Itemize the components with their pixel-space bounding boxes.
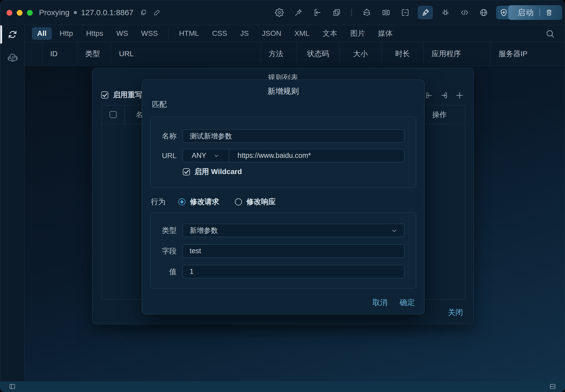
sidebar: API <box>0 25 25 381</box>
pen-tool-icon[interactable] <box>418 6 433 19</box>
mirror-icon[interactable] <box>382 8 391 17</box>
enable-rewrite-checkbox[interactable] <box>101 91 108 99</box>
column-url[interactable]: URL <box>111 42 261 65</box>
copy-address-icon[interactable] <box>140 9 147 16</box>
filter-tab-json[interactable]: JSON <box>257 27 287 40</box>
sidebar-item-traffic[interactable] <box>0 29 25 40</box>
app-window: Proxying 127.0.0.1:8867 <box>0 0 565 392</box>
cancel-button[interactable]: 取消 <box>372 297 388 308</box>
wildcard-label: 启用 Wildcard <box>194 167 242 177</box>
chevron-down-icon <box>391 227 398 234</box>
rule-type-select[interactable]: 新增参数 <box>183 224 404 237</box>
status-dot <box>74 11 77 14</box>
export-icon[interactable] <box>440 91 448 100</box>
app-title: Proxying <box>39 8 70 17</box>
close-dialog-link[interactable]: 关闭 <box>448 307 463 318</box>
rule-type-value: 新增参数 <box>190 226 218 235</box>
start-button-label: 启动 <box>517 7 534 18</box>
sidebar-item-api[interactable]: API <box>0 52 25 64</box>
filter-tabs-bar: All Http Https WS WSS HTML CSS JS JSON X… <box>25 25 565 42</box>
rules-column-action: 操作 <box>424 105 465 124</box>
action-fieldset: 类型 新增参数 字段 值 <box>150 212 416 289</box>
filter-tab-wss[interactable]: WSS <box>136 27 163 40</box>
column-type[interactable]: 类型 <box>77 42 111 65</box>
rule-field-label: 字段 <box>150 246 177 256</box>
select-all-checkbox[interactable] <box>110 111 117 118</box>
titlebar: Proxying 127.0.0.1:8867 <box>0 0 565 25</box>
confirm-button[interactable]: 确定 <box>400 297 415 308</box>
filter-tab-xml[interactable]: XML <box>289 27 315 40</box>
modal-title: 新增规则 <box>142 86 424 97</box>
save-icon[interactable] <box>401 8 410 17</box>
maximize-window-button[interactable] <box>27 10 33 16</box>
enable-rewrite-label: 启用重写 <box>113 90 142 100</box>
filter-tab-html[interactable]: HTML <box>174 27 204 40</box>
import-icon[interactable] <box>425 91 433 100</box>
modify-request-radio[interactable] <box>178 198 185 205</box>
column-id[interactable]: ID <box>42 42 77 65</box>
nat-icon[interactable]: NAT <box>362 8 371 17</box>
rule-value-label: 值 <box>150 267 177 277</box>
rule-url-value[interactable]: https://www.baidu.com* <box>229 152 311 160</box>
filter-tab-image[interactable]: 图片 <box>345 26 370 41</box>
gear-icon[interactable] <box>275 8 284 17</box>
column-app[interactable]: 应用程序 <box>423 42 490 65</box>
import-session-icon[interactable] <box>313 8 322 17</box>
rule-name-input[interactable] <box>183 129 404 143</box>
filter-tab-https[interactable]: Https <box>81 27 108 40</box>
column-status[interactable]: 状态码 <box>297 42 339 65</box>
wildcard-checkbox[interactable] <box>183 168 190 175</box>
filter-tab-text[interactable]: 文本 <box>317 26 342 41</box>
match-section-label: 匹配 <box>152 100 167 109</box>
plus-icon[interactable] <box>455 91 464 100</box>
filter-tab-http[interactable]: Http <box>54 27 78 40</box>
tabs-divider <box>168 28 168 39</box>
url-match-type-select[interactable]: ANY <box>183 149 229 162</box>
rule-field-input[interactable] <box>183 244 404 258</box>
filter-tab-all[interactable]: All <box>32 27 52 40</box>
close-window-button[interactable] <box>7 10 12 16</box>
bottom-panel-icon[interactable] <box>549 383 556 390</box>
modify-response-radio[interactable] <box>235 198 242 205</box>
chevron-down-icon <box>213 153 219 159</box>
rule-type-label: 类型 <box>150 226 177 235</box>
filter-tab-ws[interactable]: WS <box>111 27 133 40</box>
rule-value-input[interactable] <box>183 265 404 278</box>
filter-tab-js[interactable]: JS <box>235 27 254 40</box>
start-button[interactable]: 启动 <box>508 5 562 20</box>
match-fieldset: 名称 URL ANY https://www.baidu.com* 启 <box>150 117 416 188</box>
column-gutter <box>25 42 42 65</box>
edit-address-icon[interactable] <box>153 9 161 16</box>
behavior-label: 行为 <box>151 197 166 207</box>
column-server-ip[interactable]: 服务器IP <box>490 42 565 65</box>
trash-icon[interactable] <box>545 9 553 16</box>
filter-tab-css[interactable]: CSS <box>207 27 233 40</box>
rule-url-label: URL <box>150 152 177 160</box>
modify-request-label: 修改请求 <box>190 197 219 207</box>
bug-icon[interactable] <box>441 8 450 17</box>
url-match-type-value: ANY <box>192 152 206 160</box>
globe-icon[interactable] <box>479 8 488 17</box>
svg-text:NAT: NAT <box>364 11 369 14</box>
url-control: ANY https://www.baidu.com* <box>183 149 404 162</box>
add-rule-modal: 新增规则 匹配 名称 URL ANY https://www.baidu.com… <box>142 79 425 314</box>
code-icon[interactable] <box>460 8 469 17</box>
statusbar <box>0 381 565 392</box>
start-button-divider <box>539 9 540 16</box>
traffic-lights <box>7 10 33 16</box>
column-size[interactable]: 大小 <box>339 42 381 65</box>
toolbar-divider <box>351 9 352 16</box>
windows-icon[interactable] <box>332 8 341 17</box>
proxy-address: 127.0.0.1:8867 <box>81 8 133 17</box>
column-duration[interactable]: 时长 <box>381 42 423 65</box>
rule-name-label: 名称 <box>150 131 177 141</box>
column-method[interactable]: 方法 <box>261 42 297 65</box>
requests-table-header: ID 类型 URL 方法 状态码 大小 时长 应用程序 服务器IP <box>25 42 565 66</box>
modify-response-label: 修改响应 <box>246 197 276 207</box>
sidebar-toggle-icon[interactable] <box>9 383 16 390</box>
minimize-window-button[interactable] <box>17 10 22 16</box>
filter-tab-media[interactable]: 媒体 <box>373 26 398 41</box>
search-icon[interactable] <box>545 29 555 38</box>
pin-icon[interactable] <box>294 8 303 17</box>
svg-text:API: API <box>8 55 17 61</box>
